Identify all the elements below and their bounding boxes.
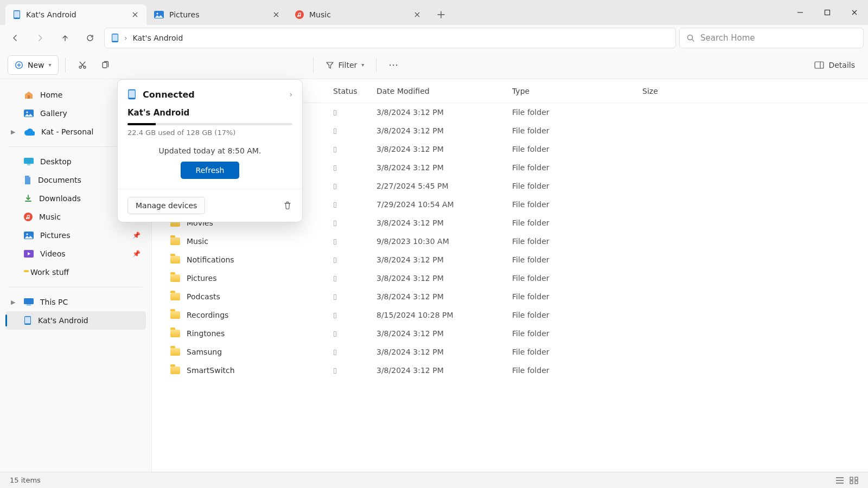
address-bar[interactable]: › Kat's Android: [104, 28, 676, 48]
folder-row[interactable]: Podcasts▯3/8/2024 3:12 PMFile folder: [152, 287, 868, 306]
refresh-button[interactable]: Refresh: [181, 162, 240, 179]
details-view-button[interactable]: [835, 477, 844, 484]
storage-progress: [127, 123, 292, 125]
thumbnails-view-button[interactable]: [850, 477, 858, 484]
item-type: File folder: [512, 182, 642, 190]
filter-button[interactable]: Filter ▾: [320, 55, 370, 75]
svg-rect-12: [103, 62, 107, 68]
up-button[interactable]: [54, 28, 76, 48]
svg-rect-17: [24, 158, 34, 164]
folder-row[interactable]: Samsung▯3/8/2024 3:12 PMFile folder: [152, 343, 868, 361]
chevron-right-icon[interactable]: ▶: [11, 129, 15, 136]
folder-name: Pictures: [187, 274, 216, 282]
device-status-icon: ▯: [333, 145, 337, 153]
refresh-nav-button[interactable]: [79, 28, 101, 48]
column-header-size[interactable]: Size: [642, 87, 868, 95]
manage-devices-button[interactable]: Manage devices: [127, 197, 205, 214]
tab-pictures[interactable]: Pictures: [146, 4, 288, 25]
folder-name: Recordings: [187, 311, 228, 319]
svg-rect-24: [27, 304, 31, 306]
more-button[interactable]: ⋯: [383, 55, 404, 75]
folder-row[interactable]: SmartSwitch▯3/8/2024 3:12 PMFile folder: [152, 361, 868, 380]
search-box[interactable]: [679, 28, 864, 48]
close-tab-button[interactable]: [412, 10, 422, 20]
cut-button[interactable]: [72, 55, 93, 75]
svg-point-21: [26, 233, 28, 235]
sidebar-item-label: Documents: [38, 176, 81, 184]
svg-point-19: [24, 213, 33, 221]
details-label: Details: [828, 61, 855, 69]
home-icon: [24, 91, 34, 99]
breadcrumb-root[interactable]: Kat's Android: [133, 34, 183, 42]
folder-row[interactable]: Recordings▯8/15/2024 10:28 PMFile folder: [152, 306, 868, 324]
sidebar-item-this-pc[interactable]: ▶This PC: [5, 293, 146, 311]
item-type: File folder: [512, 255, 642, 264]
tab-music[interactable]: Music: [288, 4, 429, 25]
documents-icon: [24, 175, 31, 185]
sidebar-item-work-stuff[interactable]: Work stuff: [5, 263, 146, 281]
svg-rect-7: [112, 35, 118, 41]
details-pane-icon: [814, 61, 824, 69]
sidebar-item-label: Pictures: [40, 231, 70, 240]
device-status-icon: ▯: [333, 164, 337, 171]
item-type: File folder: [512, 219, 642, 227]
copy-button[interactable]: [95, 55, 116, 75]
folder-row[interactable]: Ringtones▯3/8/2024 3:12 PMFile folder: [152, 324, 868, 343]
sidebar-item-videos[interactable]: Videos📌: [5, 245, 146, 263]
forward-button[interactable]: [29, 28, 51, 48]
date-modified: 8/15/2024 10:28 PM: [376, 311, 512, 319]
svg-point-16: [26, 111, 28, 113]
minimize-button[interactable]: [787, 0, 814, 25]
folder-name: SmartSwitch: [187, 366, 235, 375]
filter-icon: [326, 61, 334, 69]
device-status-icon: ▯: [333, 293, 337, 300]
sidebar-item-pictures[interactable]: Pictures📌: [5, 226, 146, 245]
tab-kat-s-android[interactable]: Kat's Android: [5, 4, 146, 25]
trash-icon[interactable]: [283, 201, 292, 210]
folder-name: Ringtones: [187, 329, 225, 338]
new-tab-button[interactable]: [432, 5, 450, 24]
folder-icon: [170, 293, 180, 300]
date-modified: 3/8/2024 3:12 PM: [376, 255, 512, 264]
onedrive-icon: [24, 129, 35, 136]
item-type: File folder: [512, 108, 642, 117]
chevron-right-icon[interactable]: ›: [289, 90, 292, 99]
item-type: File folder: [512, 163, 642, 172]
column-header-type[interactable]: Type: [512, 87, 642, 95]
close-tab-button[interactable]: [271, 10, 281, 20]
item-type: File folder: [512, 200, 642, 209]
new-button[interactable]: New ▾: [8, 55, 59, 75]
item-type: File folder: [512, 311, 642, 319]
sidebar-item-label: Videos: [40, 249, 66, 258]
folder-row[interactable]: Notifications▯3/8/2024 3:12 PMFile folde…: [152, 251, 868, 269]
folder-icon: [170, 311, 180, 319]
search-input[interactable]: [700, 33, 857, 43]
column-header-date[interactable]: Date Modified: [376, 87, 512, 95]
folder-row[interactable]: Music▯9/8/2023 10:30 AMFile folder: [152, 232, 868, 251]
window-controls: [787, 0, 868, 25]
svg-rect-32: [855, 481, 858, 484]
item-type: File folder: [512, 292, 642, 301]
command-bar: New ▾ Filter ▾ ⋯ Details: [0, 51, 868, 79]
back-button[interactable]: [4, 28, 26, 48]
sidebar-item-label: Kat's Android: [38, 316, 88, 325]
device-status-icon: ▯: [333, 367, 337, 374]
close-tab-button[interactable]: [130, 10, 140, 20]
chevron-right-icon: ›: [124, 34, 127, 42]
folder-row[interactable]: Pictures▯3/8/2024 3:12 PMFile folder: [152, 269, 868, 287]
desktop-icon: [24, 158, 34, 165]
details-pane-button[interactable]: Details: [809, 55, 860, 75]
folder-icon: [170, 274, 180, 282]
date-modified: 3/8/2024 3:12 PM: [376, 219, 512, 227]
sidebar-item-label: Desktop: [40, 157, 72, 166]
close-window-button[interactable]: [841, 0, 868, 25]
column-header-status[interactable]: Status: [333, 87, 376, 95]
sidebar-item-kat-s-android[interactable]: Kat's Android: [5, 311, 146, 330]
svg-rect-14: [28, 95, 30, 99]
videos-icon: [24, 250, 34, 258]
chevron-right-icon[interactable]: ▶: [11, 299, 15, 306]
maximize-button[interactable]: [814, 0, 841, 25]
svg-rect-31: [850, 481, 853, 484]
connection-status: Connected: [143, 89, 283, 100]
item-type: File folder: [512, 348, 642, 356]
